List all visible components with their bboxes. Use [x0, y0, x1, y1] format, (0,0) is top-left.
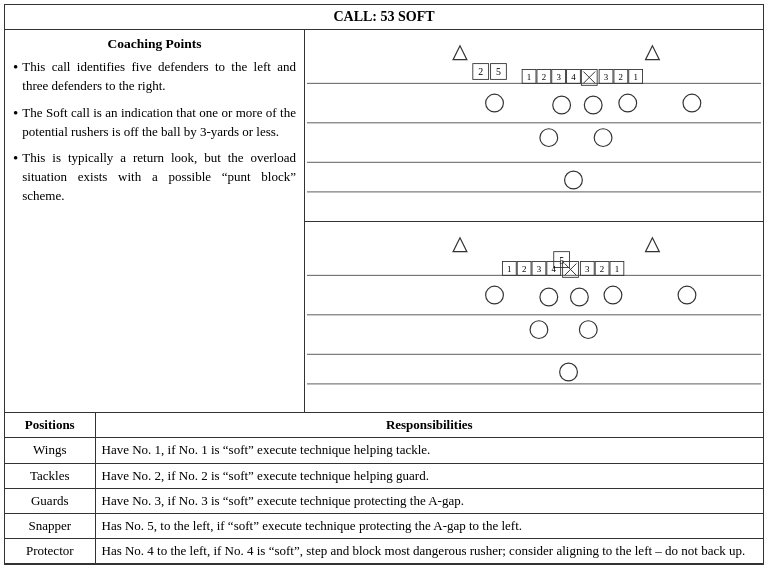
svg-text:2: 2	[522, 264, 526, 274]
position-cell: Wings	[5, 438, 95, 463]
svg-text:2: 2	[600, 264, 604, 274]
svg-point-60	[486, 286, 504, 304]
responsibility-cell: Have No. 1, if No. 1 is “soft” execute t…	[95, 438, 763, 463]
svg-marker-5	[646, 46, 660, 60]
table-row: GuardsHave No. 3, if No. 3 is “soft” exe…	[5, 488, 763, 513]
bullet-icon: •	[13, 149, 18, 169]
svg-text:2: 2	[619, 72, 623, 82]
svg-point-66	[579, 320, 597, 338]
svg-point-30	[619, 94, 637, 112]
table-row: WingsHave No. 1, if No. 1 is “soft” exec…	[5, 438, 763, 463]
svg-marker-4	[453, 46, 467, 60]
diagram-bottom-svg: 5 1 2 3 4 3	[307, 226, 761, 409]
svg-point-32	[540, 129, 558, 147]
svg-text:1: 1	[615, 264, 619, 274]
responsibilities-header: Responsibilities	[95, 413, 763, 438]
page-wrapper: CALL: 53 SOFT Coaching Points • This cal…	[4, 4, 764, 565]
table-row: SnapperHas No. 5, to the left, if “soft”…	[5, 513, 763, 538]
coaching-panel: Coaching Points • This call identifies f…	[5, 30, 305, 412]
svg-text:1: 1	[527, 72, 531, 82]
svg-text:4: 4	[571, 72, 576, 82]
position-cell: Snapper	[5, 513, 95, 538]
coaching-title: Coaching Points	[13, 36, 296, 52]
svg-point-67	[560, 363, 578, 381]
coaching-point-1: • This call identifies five defenders to…	[13, 58, 296, 96]
svg-point-62	[571, 288, 589, 306]
svg-text:1: 1	[633, 72, 637, 82]
svg-text:4: 4	[552, 264, 557, 274]
svg-text:5: 5	[496, 66, 501, 77]
svg-point-29	[584, 96, 602, 114]
diagram-bottom: 5 1 2 3 4 3	[305, 222, 763, 413]
svg-text:3: 3	[537, 264, 542, 274]
svg-point-64	[678, 286, 696, 304]
coaching-point-2: • The Soft call is an indication that on…	[13, 104, 296, 142]
svg-text:1: 1	[507, 264, 511, 274]
responsibility-cell: Has No. 4 to the left, if No. 4 is “soft…	[95, 539, 763, 564]
position-cell: Protector	[5, 539, 95, 564]
diagram-top: 2 5 1 2 3 4	[305, 30, 763, 222]
svg-point-63	[604, 286, 622, 304]
svg-text:2: 2	[542, 72, 546, 82]
svg-text:3: 3	[604, 72, 609, 82]
position-cell: Tackles	[5, 463, 95, 488]
bullet-icon: •	[13, 104, 18, 124]
bullet-icon: •	[13, 58, 18, 78]
page-title: CALL: 53 SOFT	[5, 5, 763, 30]
main-content: Coaching Points • This call identifies f…	[5, 30, 763, 413]
svg-point-31	[683, 94, 701, 112]
coaching-point-3: • This is typically a return look, but t…	[13, 149, 296, 206]
svg-text:5: 5	[559, 254, 564, 265]
diagram-top-svg: 2 5 1 2 3 4	[307, 34, 761, 217]
svg-point-33	[594, 129, 612, 147]
responsibility-cell: Has No. 5, to the left, if “soft” execut…	[95, 513, 763, 538]
svg-text:3: 3	[556, 72, 561, 82]
svg-point-34	[565, 171, 583, 189]
responsibility-cell: Have No. 2, if No. 2 is “soft” execute t…	[95, 463, 763, 488]
position-cell: Guards	[5, 488, 95, 513]
svg-point-28	[553, 96, 571, 114]
svg-point-61	[540, 288, 558, 306]
svg-marker-40	[646, 237, 660, 251]
svg-text:2: 2	[478, 66, 483, 77]
svg-point-27	[486, 94, 504, 112]
responsibility-cell: Have No. 3, if No. 3 is “soft” execute t…	[95, 488, 763, 513]
svg-text:3: 3	[585, 264, 590, 274]
svg-marker-39	[453, 237, 467, 251]
diagrams-panel: 2 5 1 2 3 4	[305, 30, 763, 412]
table-row: TacklesHave No. 2, if No. 2 is “soft” ex…	[5, 463, 763, 488]
table-row: ProtectorHas No. 4 to the left, if No. 4…	[5, 539, 763, 564]
responsibilities-table: Positions Responsibilities WingsHave No.…	[5, 413, 763, 564]
positions-header: Positions	[5, 413, 95, 438]
svg-point-65	[530, 320, 548, 338]
coaching-list: • This call identifies five defenders to…	[13, 58, 296, 206]
